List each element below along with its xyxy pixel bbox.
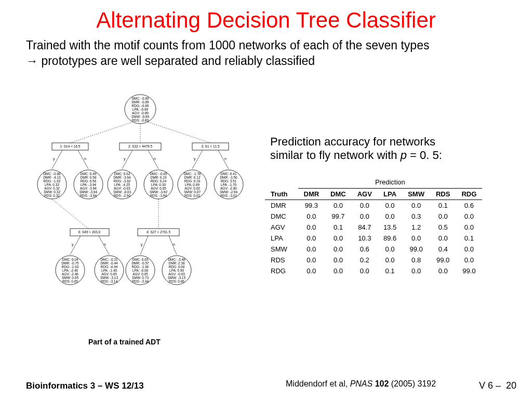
svg-text:2:  S32 < 4479.5: 2: S32 < 4479.5 [128,144,152,148]
tree-diagram: DMC: -0.89DMR: -0.89RDG: -0.89LPA: -0.89… [31,94,249,324]
pred-line1: Prediction accuracy for networks [270,135,435,148]
svg-text:DMC: 6.41DMR: -3.50RDG: 3.51LP: DMC: 6.41DMR: -3.50RDG: 3.51LPA: -1.70AG… [220,172,238,197]
slide-title: Alternating Decision Tree Classifier [0,0,532,33]
subtitle-line1: Trained with the motif counts from 1000 … [26,38,429,52]
subtitle-line2: → prototypes are well separated and reli… [26,54,315,68]
svg-text:4:  S27 < 2761.5: 4: S27 < 2761.5 [147,230,170,234]
svg-text:3:  S1 < 11.5: 3: S1 < 11.5 [201,144,220,148]
footer-citation: Middendorf et al, PNAS 102 (2005) 3192 [286,379,436,389]
slide-subtitle: Trained with the motif counts from 1000 … [0,33,532,69]
svg-text:y: y [124,157,126,161]
svg-text:n: n [224,157,227,161]
slide-version: V 6 – [479,380,501,391]
footer-right: V 6 – 20 [479,380,516,391]
cite-vol: 102 [373,379,389,388]
svg-text:DMC: -3.48DMR: 2.38RDG: 0.00LP: DMC: -3.48DMR: 2.38RDG: 0.00LPA: 5.90AGV… [168,258,186,283]
cite-rest: (2005) 3192 [389,379,436,388]
svg-text:1:  S14 < 16.5: 1: S14 < 16.5 [60,144,81,148]
svg-text:DMC: 0.65DMR: -0.57RDG: -1.60L: DMC: 0.65DMR: -0.57RDG: -1.60LPA: -0.00A… [131,258,149,283]
svg-text:DMC: -0.21DMR: -0.44RDG: -0.94: DMC: -0.21DMR: -0.44RDG: -0.94LPA: -1.40… [100,258,118,283]
prediction-text: Prediction accuracy for networks similar… [270,135,514,162]
svg-text:y: y [141,243,143,247]
pred-eq: = 0. 5: [407,149,442,162]
svg-line-2 [70,122,132,143]
pred-line2: similar to fly network with [270,149,401,162]
svg-text:DMC: -1.78DMR: 0.12RDG: 0.10LP: DMC: -1.78DMR: 0.12RDG: 0.10LPA: 0.99AGV… [183,172,201,197]
cite-journal: PNAS [350,379,373,388]
svg-text:n: n [84,157,86,161]
svg-text:6:  S49 < 203.0: 6: S49 < 203.0 [78,230,101,234]
svg-text:n: n [173,243,175,246]
svg-line-13 [78,150,88,169]
svg-text:DMC: 0.62DMR: -3.64RDG: -3.82L: DMC: 0.62DMR: -3.64RDG: -3.82LPA: -4.25A… [113,172,131,197]
cite-author: Middendorf et al, [286,379,350,388]
svg-text:DMC: -0.86DMR: -4.13RDG: -1.62: DMC: -0.86DMR: -4.13RDG: -1.62LPA: 0.32A… [43,172,61,197]
svg-line-17 [148,150,158,169]
slide-page: 20 [506,380,516,391]
tree-caption: Part of a trained ADT [88,338,161,346]
svg-text:y: y [194,157,196,161]
svg-text:y: y [53,157,55,161]
svg-text:DMC: 0.49DMR: 0.58RDG: 0.56LPA: DMC: 0.49DMR: 0.58RDG: 0.56LPA: -3.94AGV… [79,172,98,197]
svg-text:n: n [104,243,106,246]
svg-line-21 [218,150,229,169]
svg-text:DMC: -0.65DMR: 0.19RDG: 0.24LP: DMC: -0.65DMR: 0.19RDG: 0.24LPA: 0.30AGV… [150,172,168,197]
svg-line-4 [148,122,210,143]
svg-text:n: n [154,157,156,161]
svg-text:DMC: -0.89DMR: -0.89RDG: -0.89: DMC: -0.89DMR: -0.89RDG: -0.89LPA: -0.89… [131,97,150,122]
confusion-table: PredictionTruthDMRDMCAGVLPASMWRDSRDGDMR9… [265,177,482,276]
footer-left: Bioinformatics 3 – WS 12/13 [26,381,144,391]
svg-text:y: y [72,243,74,247]
svg-text:DMC: 0.04DMR: -0.75RDG: -1.63L: DMC: 0.04DMR: -0.75RDG: -1.63LPA: -2.46A… [61,258,79,283]
p-var: p [401,149,407,162]
svg-line-35 [52,199,88,229]
